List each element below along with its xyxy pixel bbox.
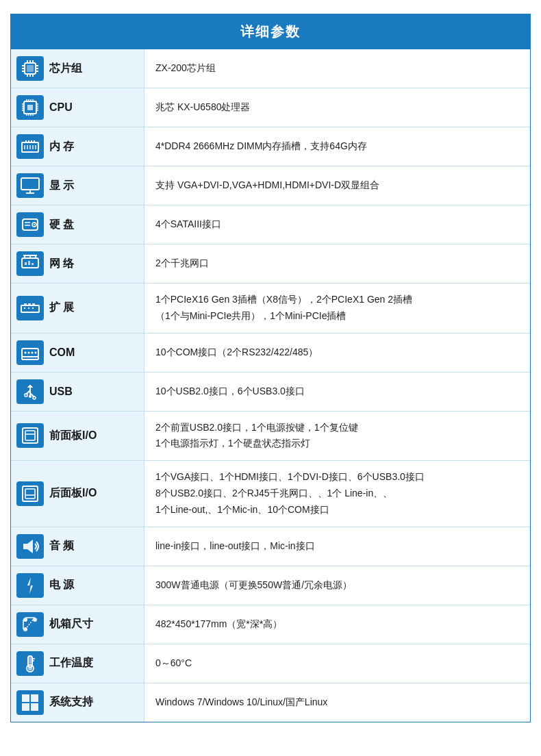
reario-icon <box>16 481 44 506</box>
display-icon <box>16 173 44 198</box>
svg-rect-94 <box>29 657 32 664</box>
svg-point-47 <box>34 224 35 225</box>
row-os: 系统支持Windows 7/Windows 10/Linux/国产Linux <box>11 683 530 722</box>
svg-rect-60 <box>24 303 27 305</box>
power-icon <box>16 573 44 598</box>
svg-rect-102 <box>31 703 38 711</box>
svg-point-70 <box>35 351 37 353</box>
label-os: 系统支持 <box>11 683 144 722</box>
svg-rect-101 <box>22 703 29 711</box>
svg-point-78 <box>33 396 36 399</box>
chipset-icon <box>16 56 44 81</box>
svg-rect-62 <box>32 303 35 305</box>
label-chassis: 机箱尺寸 <box>11 605 144 644</box>
svg-rect-45 <box>23 219 38 230</box>
value-reario: 1个VGA接口、1个HDMI接口、1个DVI-D接口、6个USB3.0接口 8个… <box>144 461 530 526</box>
expansion-icon <box>16 296 44 320</box>
row-com: COM10个COM接口（2个RS232/422/485） <box>11 333 530 373</box>
label-usb: USB <box>11 373 144 411</box>
svg-rect-99 <box>22 694 29 702</box>
svg-point-96 <box>28 666 32 670</box>
value-chipset: ZX-200芯片组 <box>144 49 530 88</box>
os-icon <box>16 690 44 715</box>
row-power: 电 源300W普通电源（可更换550W普通/冗余电源） <box>11 566 530 605</box>
frontio-icon <box>16 423 44 448</box>
audio-icon <box>16 534 44 559</box>
label-text-cpu: CPU <box>49 101 73 114</box>
svg-rect-36 <box>32 145 34 149</box>
chassis-icon <box>16 612 44 637</box>
row-temperature: 工作温度0～60°C <box>11 644 530 683</box>
label-temperature: 工作温度 <box>11 644 144 683</box>
svg-rect-77 <box>25 394 27 396</box>
label-com: COM <box>11 333 144 372</box>
network-icon <box>16 251 44 276</box>
label-text-expansion: 扩 展 <box>49 301 74 315</box>
label-text-chassis: 机箱尺寸 <box>49 617 93 631</box>
svg-rect-58 <box>32 263 34 265</box>
svg-rect-42 <box>21 178 39 190</box>
value-power: 300W普通电源（可更换550W普通/冗余电源） <box>144 566 530 605</box>
svg-point-68 <box>28 351 30 353</box>
label-text-display: 显 示 <box>49 179 74 193</box>
svg-rect-56 <box>25 262 27 265</box>
value-chassis: 482*450*177mm（宽*深*高） <box>144 605 530 644</box>
row-audio: 音 频line-in接口，line-out接口，Mic-in接口 <box>11 527 530 566</box>
row-expansion: 扩 展1个PCIeX16 Gen 3插槽（X8信号），2个PCIeX1 Gen … <box>11 284 530 333</box>
svg-point-87 <box>23 618 27 622</box>
svg-rect-15 <box>27 105 33 110</box>
label-text-memory: 内 存 <box>49 140 74 154</box>
label-frontio: 前面板I/O <box>11 412 144 461</box>
label-text-power: 电 源 <box>49 578 74 592</box>
page-title: 详细参数 <box>11 14 530 49</box>
row-cpu: CPU兆芯 KX-U6580处理器 <box>11 88 530 127</box>
memory-icon <box>16 134 44 159</box>
svg-rect-100 <box>31 694 38 702</box>
cpu-icon <box>16 95 44 120</box>
harddisk-icon <box>16 212 44 237</box>
row-reario: 后面板I/O1个VGA接口、1个HDMI接口、1个DVI-D接口、6个USB3.… <box>11 461 530 527</box>
svg-point-69 <box>32 351 34 353</box>
value-network: 2个千兆网口 <box>144 244 530 283</box>
label-cpu: CPU <box>11 88 144 127</box>
com-icon <box>16 340 44 365</box>
label-text-chipset: 芯片组 <box>49 62 82 76</box>
value-display: 支持 VGA+DVI-D,VGA+HDMI,HDMI+DVI-D双显组合 <box>144 166 530 205</box>
svg-marker-86 <box>23 540 33 553</box>
label-text-network: 网 络 <box>49 257 74 271</box>
svg-rect-34 <box>27 145 28 149</box>
svg-rect-35 <box>29 145 31 149</box>
svg-rect-37 <box>35 145 36 149</box>
svg-rect-61 <box>28 303 31 305</box>
svg-rect-1 <box>27 65 34 72</box>
row-display: 显 示支持 VGA+DVI-D,VGA+HDMI,HDMI+DVI-D双显组合 <box>11 166 530 205</box>
temperature-icon <box>16 651 44 676</box>
label-memory: 内 存 <box>11 127 144 166</box>
value-usb: 10个USB2.0接口，6个USB3.0接口 <box>144 373 530 411</box>
svg-rect-81 <box>25 431 35 440</box>
label-reario: 后面板I/O <box>11 461 144 526</box>
row-frontio: 前面板I/O2个前置USB2.0接口，1个电源按键，1个复位键 1个电源指示灯，… <box>11 412 530 462</box>
row-chipset: 芯片组ZX-200芯片组 <box>11 49 530 88</box>
value-expansion: 1个PCIeX16 Gen 3插槽（X8信号），2个PCIeX1 Gen 2插槽… <box>144 284 530 333</box>
label-audio: 音 频 <box>11 527 144 566</box>
row-harddisk: 硬 盘4个SATAIII接口 <box>11 205 530 244</box>
svg-rect-59 <box>21 305 39 312</box>
label-chipset: 芯片组 <box>11 49 144 88</box>
value-frontio: 2个前置USB2.0接口，1个电源按键，1个复位键 1个电源指示灯，1个硬盘状态… <box>144 412 530 461</box>
value-harddisk: 4个SATAIII接口 <box>144 205 530 244</box>
usb-icon <box>16 379 44 404</box>
label-text-os: 系统支持 <box>49 695 93 709</box>
label-text-com: COM <box>49 346 75 359</box>
value-audio: line-in接口，line-out接口，Mic-in接口 <box>144 527 530 566</box>
label-harddisk: 硬 盘 <box>11 205 144 244</box>
svg-point-79 <box>29 395 32 398</box>
label-text-reario: 后面板I/O <box>49 486 97 501</box>
svg-point-88 <box>33 618 37 622</box>
label-display: 显 示 <box>11 166 144 205</box>
row-memory: 内 存4*DDR4 2666MHz DIMM内存插槽，支持64G内存 <box>11 127 530 166</box>
label-text-harddisk: 硬 盘 <box>49 218 74 232</box>
row-usb: USB10个USB2.0接口，6个USB3.0接口 <box>11 373 530 412</box>
label-text-audio: 音 频 <box>49 539 74 553</box>
value-temperature: 0～60°C <box>144 644 530 683</box>
